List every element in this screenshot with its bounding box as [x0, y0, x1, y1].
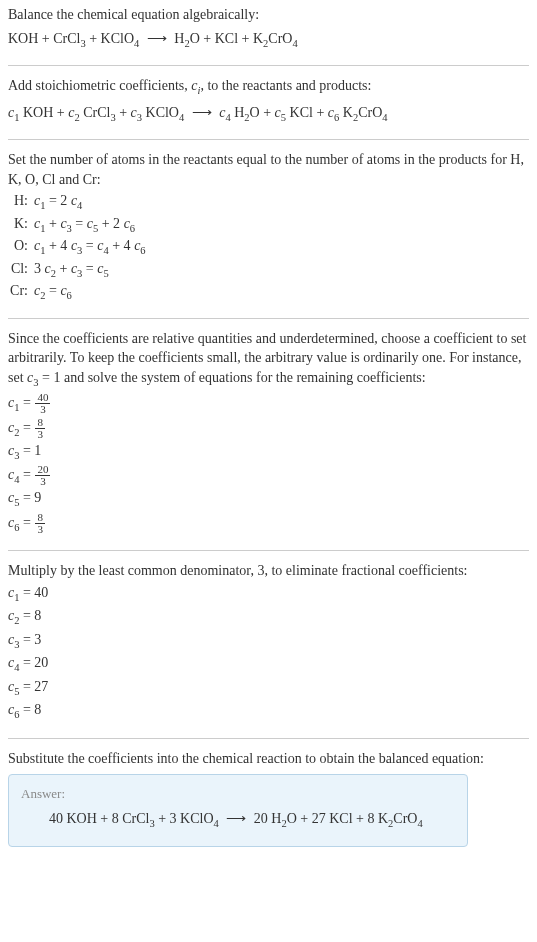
- answer-box: Answer: 40 KOH + 8 CrCl3 + 3 KClO4 ⟶ 20 …: [8, 774, 468, 847]
- section-atom-balance: Set the number of atoms in the reactants…: [8, 150, 529, 319]
- atom-row-o: O: c1 + 4 c3 = c4 + 4 c6: [8, 236, 529, 258]
- atom-row-h: H: c1 = 2 c4: [8, 191, 529, 213]
- section-coefficients: Add stoichiometric coefficients, ci, to …: [8, 76, 529, 140]
- balanced-equation: 40 KOH + 8 CrCl3 + 3 KClO4 ⟶ 20 H2O + 27…: [21, 809, 455, 831]
- atom-row-cr: Cr: c2 = c6: [8, 281, 529, 303]
- coef-intro: Add stoichiometric coefficients, ci, to …: [8, 76, 529, 98]
- atom-row-k: K: c1 + c3 = c5 + 2 c6: [8, 214, 529, 236]
- intro-text: Balance the chemical equation algebraica…: [8, 5, 529, 25]
- section-balance-intro: Balance the chemical equation algebraica…: [8, 5, 529, 66]
- integer-coefficients: c1 = 40 c2 = 8 c3 = 3 c4 = 20 c5 = 27 c6…: [8, 583, 529, 723]
- substitute-intro: Substitute the coefficients into the che…: [8, 749, 529, 769]
- atom-row-cl: Cl: 3 c2 + c3 = c5: [8, 259, 529, 281]
- solve-intro: Since the coefficients are relative quan…: [8, 329, 529, 391]
- section-multiply: Multiply by the least common denominator…: [8, 561, 529, 739]
- arrow-icon: ⟶: [192, 103, 212, 123]
- arrow-icon: ⟶: [147, 29, 167, 49]
- unbalanced-equation: KOH + CrCl3 + KClO4 ⟶ H2O + KCl + K2CrO4: [8, 29, 529, 51]
- arrow-icon: ⟶: [226, 809, 246, 829]
- answer-label: Answer:: [21, 785, 455, 803]
- atom-table: H: c1 = 2 c4 K: c1 + c3 = c5 + 2 c6 O: c…: [8, 191, 529, 303]
- section-answer: Substitute the coefficients into the che…: [8, 749, 529, 847]
- coef-equation: c1 KOH + c2 CrCl3 + c3 KClO4 ⟶ c4 H2O + …: [8, 103, 529, 125]
- multiply-intro: Multiply by the least common denominator…: [8, 561, 529, 581]
- section-solve: Since the coefficients are relative quan…: [8, 329, 529, 551]
- fractional-coefficients: c1 = 403 c2 = 83 c3 = 1 c4 = 203 c5 = 9 …: [8, 392, 529, 535]
- atom-intro: Set the number of atoms in the reactants…: [8, 150, 529, 189]
